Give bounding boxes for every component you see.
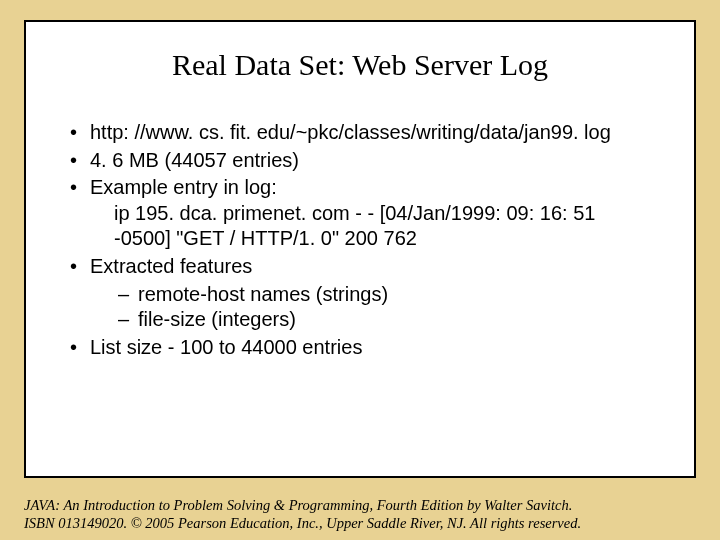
bullet-size: 4. 6 MB (44057 entries) xyxy=(66,148,654,174)
sub-remote-host: remote-host names (strings) xyxy=(118,282,654,308)
slide-footer: JAVA: An Introduction to Problem Solving… xyxy=(24,496,696,532)
bullet-url: http: //www. cs. fit. edu/~pkc/classes/w… xyxy=(66,120,654,146)
bullet-list: http: //www. cs. fit. edu/~pkc/classes/w… xyxy=(66,120,654,360)
footer-line-2: ISBN 013149020. © 2005 Pearson Education… xyxy=(24,515,581,531)
footer-line-1: JAVA: An Introduction to Problem Solving… xyxy=(24,497,572,513)
slide-body: Real Data Set: Web Server Log http: //ww… xyxy=(24,20,696,478)
sub-file-size: file-size (integers) xyxy=(118,307,654,333)
bullet-example-label: Example entry in log: xyxy=(90,176,277,198)
bullet-list-size: List size - 100 to 44000 entries xyxy=(66,335,654,361)
bullet-features: Extracted features remote-host names (st… xyxy=(66,254,654,333)
sub-list: remote-host names (strings) file-size (i… xyxy=(90,282,654,333)
slide-container: Real Data Set: Web Server Log http: //ww… xyxy=(0,0,720,540)
slide-title: Real Data Set: Web Server Log xyxy=(66,48,654,82)
bullet-features-label: Extracted features xyxy=(90,255,252,277)
bullet-example: Example entry in log: ip 195. dca. prime… xyxy=(66,175,654,252)
bullet-example-detail: ip 195. dca. primenet. com - - [04/Jan/1… xyxy=(90,201,654,252)
